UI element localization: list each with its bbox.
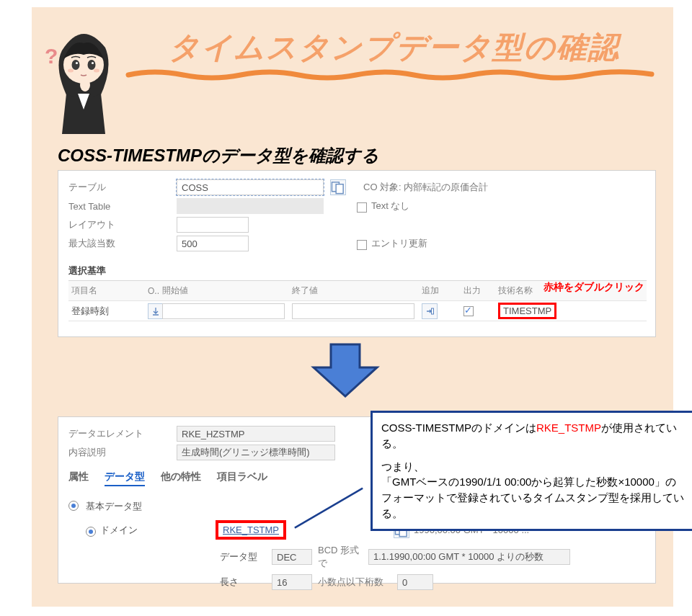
col-add: 追加 xyxy=(422,285,463,297)
selection-screen-panel: テーブル CO 対象: 内部転記の原価合計 Text Table Text なし… xyxy=(58,170,656,337)
title-underline xyxy=(125,68,659,81)
selection-criteria-heading: 選択基準 xyxy=(68,264,645,277)
label-dataelement: データエレメント xyxy=(68,427,177,440)
label-layout: レイアウト xyxy=(68,218,177,231)
output-checkbox[interactable] xyxy=(463,306,474,316)
basic-type-label: 基本データ型 xyxy=(86,501,142,512)
explanation-box: COSS-TIMESTMPのドメインはRKE_TSTMPが使用されている。 つま… xyxy=(371,411,692,531)
entry-update-label: エントリ更新 xyxy=(371,237,427,250)
col-item: 項目名 xyxy=(68,285,148,297)
value-help-button[interactable] xyxy=(330,179,346,195)
radio-domain[interactable] xyxy=(86,527,96,537)
slide-page: ? タイムスタンプデータ型の確認 xyxy=(32,7,673,607)
text-none-label: Text なし xyxy=(371,200,409,213)
svg-text:?: ? xyxy=(45,44,58,68)
domain-value-redbox[interactable]: RKE_TSTMP xyxy=(216,520,286,540)
datatype-desc: BCD 形式で xyxy=(318,544,368,570)
option-button[interactable] xyxy=(148,303,164,319)
callout-doubleclick: 赤枠をダブルクリック xyxy=(544,281,644,294)
decimals-value xyxy=(397,574,433,590)
svg-point-4 xyxy=(76,62,78,64)
explain-line2: つまり、 xyxy=(381,459,684,475)
slide-title: タイムスタンプデータ型の確認 xyxy=(169,27,620,68)
subtitle: COSS-TIMESTMPのデータ型を確認する xyxy=(58,144,379,167)
entry-update-checkbox[interactable] xyxy=(357,240,367,250)
multi-selection-button[interactable] xyxy=(422,303,438,319)
text-none-checkbox[interactable] xyxy=(357,202,367,213)
svg-point-6 xyxy=(68,69,74,73)
explain-rke: RKE_TSTMP xyxy=(536,421,601,434)
tech-name-redbox[interactable]: TIMESTMP xyxy=(498,303,556,319)
length-value xyxy=(272,574,312,590)
texttable-input xyxy=(177,198,324,214)
radio-basic-type[interactable] xyxy=(68,501,79,511)
desc-input xyxy=(177,445,335,460)
tab-labels[interactable]: 項目ラベル xyxy=(217,470,267,486)
decimals-label: 小数点以下桁数 xyxy=(318,576,397,589)
svg-point-8 xyxy=(80,79,90,91)
label-texttable: Text Table xyxy=(68,201,177,212)
table-desc: CO 対象: 内部転記の原価合計 xyxy=(363,181,488,194)
length-label: 長さ xyxy=(220,576,272,589)
datatype-value xyxy=(272,549,312,565)
start-value-input[interactable] xyxy=(162,303,285,319)
svg-point-5 xyxy=(92,62,94,64)
tab-datatype[interactable]: データ型 xyxy=(105,470,145,486)
tab-other[interactable]: 他の特性 xyxy=(161,470,201,486)
row-item-name: 登録時刻 xyxy=(68,305,148,318)
tab-attributes[interactable]: 属性 xyxy=(68,470,89,486)
col-o: O.. xyxy=(148,286,162,296)
explain-line3: 「GMTベースの1990/1/1 00:00から起算した秒数×10000」のフォ… xyxy=(381,474,684,521)
datatype-label: データ型 xyxy=(220,550,272,563)
label-desc: 内容説明 xyxy=(68,446,177,459)
col-end: 終了値 xyxy=(292,285,422,297)
svg-point-3 xyxy=(88,60,96,70)
datatype-desc2 xyxy=(368,549,570,565)
character-illustration: ? xyxy=(40,23,123,138)
domain-value: RKE_TSTMP xyxy=(223,525,279,535)
label-maxhits: 最大該当数 xyxy=(68,237,177,250)
label-table: テーブル xyxy=(68,181,177,194)
svg-rect-10 xyxy=(336,184,343,194)
svg-point-2 xyxy=(72,60,80,70)
col-out: 出力 xyxy=(463,285,498,297)
explain-line1a: COSS-TIMESTMPのドメインは xyxy=(381,421,536,434)
maxhits-input[interactable] xyxy=(177,236,249,251)
end-value-input[interactable] xyxy=(292,303,414,319)
flow-arrow-icon xyxy=(309,342,381,399)
tech-name-value: TIMESTMP xyxy=(503,305,551,316)
table-input[interactable] xyxy=(177,179,324,195)
table-data-row: 登録時刻 TIMESTMP xyxy=(68,301,647,321)
svg-rect-11 xyxy=(432,308,434,314)
layout-input[interactable] xyxy=(177,217,249,233)
col-start: 開始値 xyxy=(162,285,292,297)
dataelement-input xyxy=(177,426,335,442)
svg-point-7 xyxy=(94,69,99,73)
domain-label: ドメイン xyxy=(100,524,216,537)
